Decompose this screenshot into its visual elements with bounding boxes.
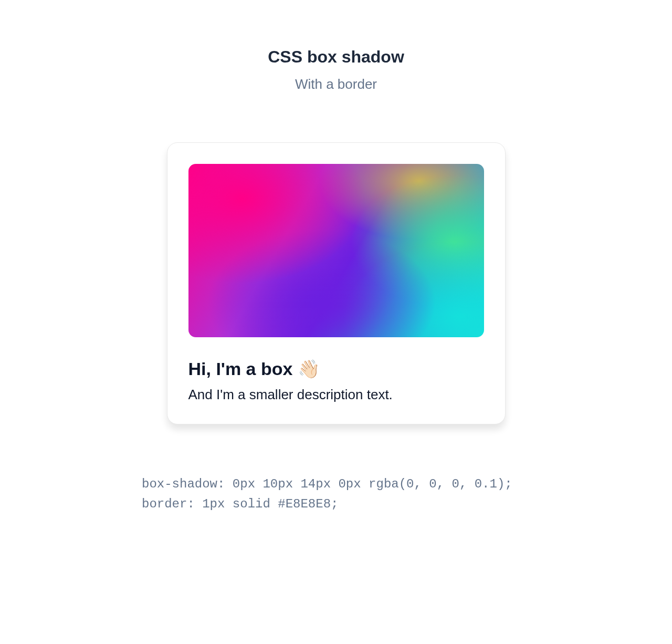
- page-subtitle: With a border: [0, 76, 672, 92]
- code-snippet: box-shadow: 0px 10px 14px 0px rgba(0, 0,…: [142, 474, 530, 515]
- card-description: And I'm a smaller description text.: [188, 387, 484, 403]
- header: CSS box shadow With a border: [0, 47, 672, 92]
- code-line-1: box-shadow: 0px 10px 14px 0px rgba(0, 0,…: [142, 477, 512, 491]
- page-title: CSS box shadow: [0, 47, 672, 67]
- gradient-image: [188, 164, 484, 337]
- code-line-2: border: 1px solid #E8E8E8;: [142, 497, 338, 511]
- example-card: Hi, I'm a box 👋🏻 And I'm a smaller descr…: [167, 142, 506, 424]
- card-title: Hi, I'm a box 👋🏻: [188, 358, 484, 379]
